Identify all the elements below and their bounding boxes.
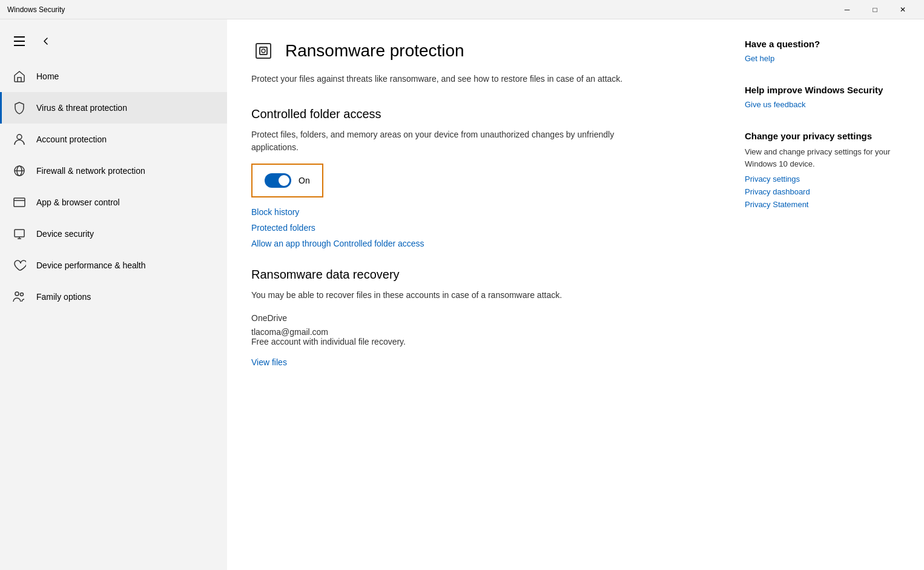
nav-list: Home Virus & threat protection xyxy=(0,61,227,313)
content-area: Ransomware protection Protect your files… xyxy=(227,19,730,570)
block-history-link[interactable]: Block history xyxy=(251,207,706,217)
svg-rect-11 xyxy=(256,44,271,58)
back-icon xyxy=(41,36,51,46)
right-sidebar: Have a question? Get help Help improve W… xyxy=(730,19,924,570)
maximize-button[interactable]: □ xyxy=(861,0,889,19)
toggle-label: On xyxy=(299,176,310,185)
recovery-title: Ransomware data recovery xyxy=(251,268,706,282)
right-improve-title: Help improve Windows Security xyxy=(745,85,909,95)
page-header: Ransomware protection xyxy=(251,39,706,63)
hamburger-line-3 xyxy=(14,45,25,46)
svg-rect-6 xyxy=(15,230,24,237)
person-icon xyxy=(12,132,27,147)
controlled-folder-title: Controlled folder access xyxy=(251,107,706,121)
privacy-dashboard-link[interactable]: Privacy dashboard xyxy=(745,187,909,196)
sidebar-item-firewall-label: Firewall & network protection xyxy=(36,166,145,176)
page-description: Protect your files against threats like … xyxy=(251,73,663,85)
svg-rect-12 xyxy=(260,47,267,55)
controlled-folder-description: Protect files, folders, and memory areas… xyxy=(251,128,663,154)
right-section-question: Have a question? Get help xyxy=(745,39,909,63)
sidebar-item-devicesecurity[interactable]: Device security xyxy=(0,218,227,250)
hamburger-line-1 xyxy=(14,36,25,38)
main-content: Ransomware protection Protect your files… xyxy=(227,19,924,570)
recovery-email: tlacoma@gmail.com xyxy=(251,327,706,337)
sidebar-item-home[interactable]: Home xyxy=(0,61,227,92)
recovery-section: Ransomware data recovery You may be able… xyxy=(251,268,706,367)
privacy-statement-link[interactable]: Privacy Statement xyxy=(745,200,909,209)
svg-point-0 xyxy=(17,134,22,139)
app-container: Home Virus & threat protection xyxy=(0,19,924,570)
sidebar-item-appbrowser-label: App & browser control xyxy=(36,197,120,207)
view-files-link[interactable]: View files xyxy=(251,357,706,367)
window-controls: ─ □ ✕ xyxy=(833,0,917,19)
sidebar-item-family-label: Family options xyxy=(36,292,91,302)
minimize-button[interactable]: ─ xyxy=(833,0,861,19)
app-title: Windows Security xyxy=(7,5,65,14)
svg-point-13 xyxy=(262,49,265,53)
right-privacy-title: Change your privacy settings xyxy=(745,131,909,141)
hamburger-line-2 xyxy=(14,41,25,42)
sidebar-item-firewall[interactable]: Firewall & network protection xyxy=(0,155,227,187)
right-question-title: Have a question? xyxy=(745,39,909,49)
sidebar-top xyxy=(0,24,227,58)
shield-lock-icon xyxy=(251,39,276,63)
svg-point-9 xyxy=(15,292,19,296)
recovery-description: You may be able to recover files in thes… xyxy=(251,289,663,302)
right-section-privacy: Change your privacy settings View and ch… xyxy=(745,131,909,209)
close-button[interactable]: ✕ xyxy=(889,0,917,19)
sidebar-item-account-label: Account protection xyxy=(36,134,107,144)
allow-app-link[interactable]: Allow an app through Controlled folder a… xyxy=(251,239,706,248)
device-icon xyxy=(12,227,27,241)
right-privacy-text: View and change privacy settings for you… xyxy=(745,146,909,170)
get-help-link[interactable]: Get help xyxy=(745,54,909,63)
browser-icon xyxy=(12,195,27,210)
sidebar-item-home-label: Home xyxy=(36,71,59,81)
sidebar-item-devicehealth[interactable]: Device performance & health xyxy=(0,250,227,281)
sidebar-item-family[interactable]: Family options xyxy=(0,281,227,313)
sidebar-item-devicesecurity-label: Device security xyxy=(36,229,94,239)
recovery-account-info: Free account with individual file recove… xyxy=(251,337,706,346)
back-button[interactable] xyxy=(34,29,58,53)
network-icon xyxy=(12,164,27,178)
hamburger-button[interactable] xyxy=(7,29,31,53)
protected-folders-link[interactable]: Protected folders xyxy=(251,223,706,233)
controlled-folder-toggle[interactable] xyxy=(265,173,291,188)
sidebar-item-devicehealth-label: Device performance & health xyxy=(36,260,146,270)
feedback-link[interactable]: Give us feedback xyxy=(745,100,909,109)
right-section-improve: Help improve Windows Security Give us fe… xyxy=(745,85,909,109)
toggle-container: On xyxy=(251,164,323,197)
svg-point-10 xyxy=(21,293,24,296)
sidebar-item-virus-label: Virus & threat protection xyxy=(36,103,127,113)
family-icon xyxy=(12,290,27,304)
sidebar-item-virus[interactable]: Virus & threat protection xyxy=(0,92,227,124)
svg-rect-4 xyxy=(14,198,25,207)
onedrive-provider: OneDrive xyxy=(251,311,706,325)
sidebar-item-appbrowser[interactable]: App & browser control xyxy=(0,187,227,218)
heart-icon xyxy=(12,258,27,273)
toggle-knob xyxy=(279,175,289,186)
titlebar: Windows Security ─ □ ✕ xyxy=(0,0,924,19)
page-title: Ransomware protection xyxy=(285,41,464,61)
shield-icon xyxy=(12,101,27,115)
privacy-settings-link[interactable]: Privacy settings xyxy=(745,174,909,184)
home-icon xyxy=(12,69,27,84)
sidebar: Home Virus & threat protection xyxy=(0,19,227,570)
sidebar-item-account[interactable]: Account protection xyxy=(0,124,227,155)
